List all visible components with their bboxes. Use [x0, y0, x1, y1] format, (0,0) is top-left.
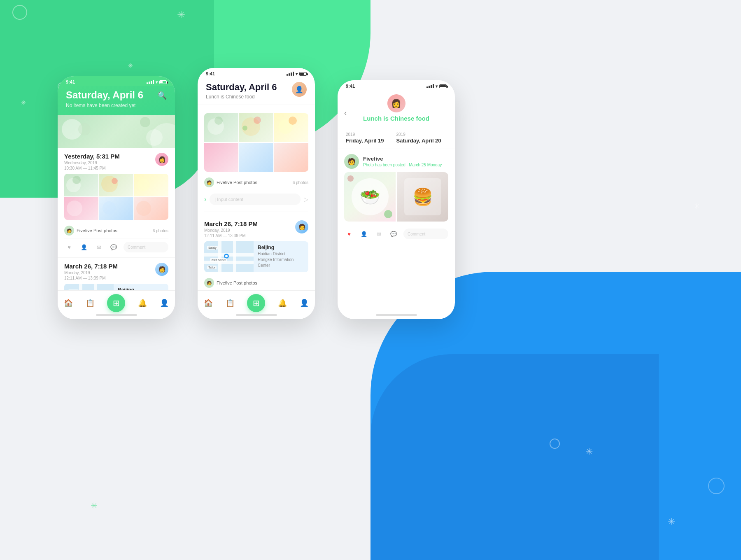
- phone1-entry1-avatar: 👩: [155, 153, 168, 166]
- phone2-chevron[interactable]: ›: [204, 196, 206, 203]
- phone3-post-avatar: 🧑: [344, 154, 359, 169]
- phone2-map-pin: [224, 254, 229, 259]
- phone1-entry1-time: Yesterday, 5:31 PM: [64, 153, 120, 160]
- phone3-burger-icon: 🍔: [404, 178, 441, 215]
- phone3-post-user: 🧑 Fivefive Photo has been posted · March…: [344, 154, 448, 169]
- phone2-battery: [299, 72, 307, 76]
- phone2-nav-bell[interactable]: 🔔: [278, 299, 287, 308]
- phone2-map-label2: 23rd Street: [210, 258, 227, 262]
- person-icon-1[interactable]: 👤: [79, 242, 89, 252]
- phone3-date-option-1[interactable]: 2019 Friday, April 19: [346, 132, 384, 144]
- heart-icon-1[interactable]: ♥: [64, 242, 74, 252]
- phone3-post-info: Fivefive Photo has been posted · March 2…: [363, 156, 442, 167]
- phone2-map-address: Haidian DistrictRongke InformationCenter: [258, 251, 304, 268]
- phone3-comment-input[interactable]: Comment: [403, 229, 448, 239]
- phone3-deco-circle: [384, 210, 392, 218]
- phone2-wifi: ▾: [296, 72, 298, 76]
- phone3-profile-avatar: 👩: [387, 94, 405, 112]
- phone1-entry1-date2: 10:30 AM — 11:45 PM: [64, 166, 120, 170]
- search-icon[interactable]: 🔍: [158, 91, 167, 100]
- share-icon-1[interactable]: 💬: [109, 242, 119, 252]
- phone1-poster-name: Fivefive Post photos: [77, 228, 117, 233]
- phone1-entry1-date1: Wednesday, 2019: [64, 161, 120, 165]
- phone3-date-option-2[interactable]: 2019 Saturday, April 20: [396, 132, 441, 144]
- spinner-icon-7: ✳: [694, 202, 700, 211]
- phone2-subtitle: Lunch is Chinese food: [206, 94, 277, 100]
- phone3-back-btn[interactable]: ‹: [344, 108, 347, 117]
- phone2-nav-profile[interactable]: 👤: [300, 299, 309, 308]
- phone2-date: Saturday, April 6: [206, 82, 277, 93]
- phone2-nav-add[interactable]: ⊞: [247, 294, 265, 312]
- phone3-person-icon[interactable]: 👤: [359, 229, 369, 239]
- phone2-map-visual: Eataly 23rd Street Tailor: [204, 241, 254, 272]
- phone1-photo-count: 6 photos: [153, 229, 168, 233]
- phone1-nav-profile[interactable]: 👤: [160, 299, 169, 308]
- phone1-nav-home[interactable]: 🏠: [64, 299, 73, 308]
- phone3-fruit-plate-icon: 🥗: [352, 178, 389, 215]
- phone1-entry1-photos: [64, 174, 168, 220]
- phone1-battery: [159, 80, 167, 84]
- phone3-time: 9:41: [346, 84, 355, 89]
- phone3-status-icons: ▾: [426, 84, 447, 89]
- phone3-date2-label: Saturday, April 20: [396, 138, 441, 144]
- spinner-icon-5: ✳: [585, 446, 593, 457]
- phone2-signal: [287, 72, 294, 76]
- message-icon-1[interactable]: ✉: [94, 242, 104, 252]
- phone1-wifi: ▾: [156, 80, 158, 84]
- spinner-icon-1: ✳: [177, 9, 185, 21]
- phone1-entry2-date1: Monday, 2019: [64, 271, 118, 275]
- phone2-entry1-avatar: 🧑: [295, 220, 308, 233]
- phone2-map: Eataly 23rd Street Tailor Beijing Haidia…: [204, 241, 308, 272]
- phone3-heart-icon[interactable]: ♥: [344, 229, 354, 239]
- phone2-entry1-date2: 12:11 AM — 13:39 PM: [204, 233, 258, 238]
- phone2-header: Saturday, April 6 Lunch is Chinese food …: [198, 78, 315, 105]
- phone2-nav-list[interactable]: 📋: [226, 299, 235, 308]
- phone3-message-icon[interactable]: ✉: [374, 229, 384, 239]
- phone3-date1-label: Friday, April 19: [346, 138, 384, 144]
- phone3-action-bar: ♥ 👤 ✉ 💬 Comment: [344, 225, 448, 241]
- phone1-comment-input[interactable]: Comment: [124, 242, 168, 252]
- phone3-share-icon[interactable]: 💬: [389, 229, 398, 239]
- phone1-date: Saturday, April 6: [66, 89, 143, 101]
- spinner-icon-2: ✳: [128, 62, 133, 70]
- phone2-input-section: › | Input content ▷: [204, 190, 308, 208]
- phone2-entry1-poster-avatar: 🧑: [204, 278, 214, 288]
- phone-2: 9:41 ▾ Saturday, April 6 Lunch is Chines…: [198, 68, 315, 319]
- phone2-nav-home[interactable]: 🏠: [204, 299, 213, 308]
- phone1-entry1-footer: 🧑 Fivefive Post photos 6 photos: [64, 223, 168, 238]
- phone2-entry1-date1: Monday, 2019: [204, 228, 258, 233]
- phone2-map-city: Beijing: [258, 245, 304, 250]
- spinner-icon-3: ✳: [21, 99, 26, 107]
- phone-3: 9:41 ▾ ‹ 👩 Lunch is Chinese food 2019 Fr…: [338, 80, 455, 319]
- phone2-header-avatar: 👤: [292, 82, 307, 97]
- phone1-entry2-date2: 12:11 AM — 13:39 PM: [64, 276, 118, 280]
- phone2-map-label1: Eataly: [207, 246, 217, 250]
- phone1-entry2-time: March 26, 7:18 PM: [64, 263, 118, 270]
- phone1-nav-add[interactable]: ⊞: [107, 294, 125, 312]
- bg-blue-shape2: [370, 354, 659, 560]
- phone3-photo-2: 🍔: [397, 172, 448, 222]
- phone3-date-selector: 2019 Friday, April 19 2019 Saturday, Apr…: [338, 127, 455, 149]
- phone3-date2-year: 2019: [396, 132, 441, 137]
- phone1-entry-1: Yesterday, 5:31 PM Wednesday, 2019 10:30…: [58, 148, 175, 258]
- phone3-battery: [439, 84, 447, 88]
- phone2-entry1-time: March 26, 7:18 PM: [204, 220, 258, 227]
- phone1-nav-bell[interactable]: 🔔: [138, 299, 147, 308]
- phone3-header: ‹ 👩 Lunch is Chinese food: [338, 90, 455, 127]
- phone1-time: 9:41: [66, 79, 75, 84]
- phone2-entry1-poster-name: Fivefive Post photos: [217, 280, 257, 285]
- phone3-wifi: ▾: [436, 84, 438, 89]
- phone2-poster-avatar: 🧑: [204, 177, 214, 187]
- phone2-input-box[interactable]: | Input content: [210, 194, 301, 205]
- phone2-status-icons: ▾: [287, 72, 307, 76]
- phone1-home-indicator: [96, 314, 137, 316]
- phone1-status-icons: ▾: [147, 80, 167, 84]
- phone2-photos-section: 🧑 Fivefive Post photos 6 photos › | Inpu…: [198, 105, 315, 212]
- phone3-post-username: Fivefive: [363, 156, 442, 162]
- phone2-photo-grid: [204, 113, 308, 172]
- phone2-send-icon[interactable]: ▷: [304, 196, 308, 203]
- phone2-poster-name: Fivefive Post photos: [217, 180, 257, 185]
- phone1-nav-list[interactable]: 📋: [86, 299, 95, 308]
- phone2-photo-count: 6 photos: [293, 180, 308, 185]
- phone3-photo-1: 🥗: [344, 172, 396, 222]
